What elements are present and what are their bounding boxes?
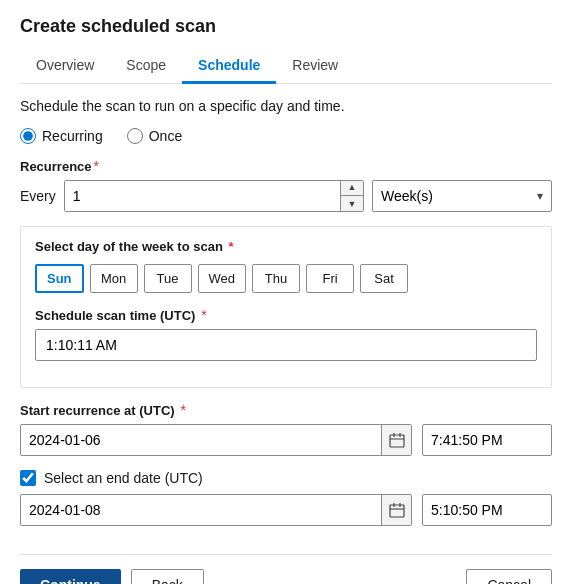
tab-schedule[interactable]: Schedule (182, 49, 276, 84)
spinner-down[interactable]: ▼ (341, 196, 363, 212)
cancel-button[interactable]: Cancel (466, 569, 552, 584)
required-star-start: * (177, 402, 186, 418)
day-buttons-group: Sun Mon Tue Wed Thu Fri Sat (35, 264, 537, 293)
start-recurrence-section: Start recurrence at (UTC) * (20, 402, 552, 456)
svg-rect-0 (390, 435, 404, 447)
period-select-arrow: ▾ (537, 189, 551, 203)
end-date-time-row (20, 494, 552, 526)
day-btn-fri[interactable]: Fri (306, 264, 354, 293)
tab-bar: Overview Scope Schedule Review (20, 49, 552, 84)
end-date-checkbox-row: Select an end date (UTC) (20, 470, 552, 486)
start-date-input[interactable] (21, 425, 381, 455)
calendar-icon (389, 432, 405, 448)
tab-scope[interactable]: Scope (110, 49, 182, 84)
footer-divider (20, 554, 552, 555)
day-btn-tue[interactable]: Tue (144, 264, 192, 293)
scan-time-input[interactable] (35, 329, 537, 361)
day-btn-sat[interactable]: Sat (360, 264, 408, 293)
start-date-time-row (20, 424, 552, 456)
day-btn-mon[interactable]: Mon (90, 264, 138, 293)
required-star-recurrence: * (94, 158, 99, 174)
radio-once[interactable]: Once (127, 128, 182, 144)
day-btn-sun[interactable]: Sun (35, 264, 84, 293)
end-date-checkbox-label[interactable]: Select an end date (UTC) (44, 470, 203, 486)
footer-left-buttons: Continue Back (20, 569, 204, 584)
every-input-wrap: ▲ ▼ (64, 180, 364, 212)
period-select[interactable]: Week(s) Day(s) Month(s) (373, 181, 537, 211)
start-date-calendar-btn[interactable] (381, 424, 411, 456)
page-title: Create scheduled scan (20, 16, 552, 37)
recurrence-field-label: Recurrence* (20, 158, 552, 174)
svg-rect-4 (390, 505, 404, 517)
recurrence-row: Every ▲ ▼ Week(s) Day(s) Month(s) ▾ (20, 180, 552, 212)
description-text: Schedule the scan to run on a specific d… (20, 98, 552, 114)
start-recurrence-label: Start recurrence at (UTC) (20, 403, 175, 418)
radio-recurring-label: Recurring (42, 128, 103, 144)
back-button[interactable]: Back (131, 569, 204, 584)
end-time-input[interactable] (422, 494, 552, 526)
period-select-wrap: Week(s) Day(s) Month(s) ▾ (372, 180, 552, 212)
every-spinner: ▲ ▼ (340, 180, 363, 212)
day-of-week-label: Select day of the week to scan * (35, 239, 537, 254)
end-date-input[interactable] (21, 495, 381, 525)
day-btn-wed[interactable]: Wed (198, 264, 247, 293)
end-calendar-icon (389, 502, 405, 518)
end-date-calendar-btn[interactable] (381, 494, 411, 526)
radio-once-label: Once (149, 128, 182, 144)
every-input[interactable] (65, 181, 340, 211)
footer-buttons: Continue Back Cancel (20, 569, 552, 584)
end-date-section: Select an end date (UTC) (20, 470, 552, 526)
end-date-input-wrap (20, 494, 412, 526)
start-recurrence-label-wrap: Start recurrence at (UTC) * (20, 402, 552, 418)
scan-time-label: Schedule scan time (UTC) (35, 308, 195, 323)
start-time-input[interactable] (422, 424, 552, 456)
scan-time-label-wrap: Schedule scan time (UTC) * (35, 307, 537, 323)
scan-time-section: Schedule scan time (UTC) * (35, 307, 537, 361)
day-btn-thu[interactable]: Thu (252, 264, 300, 293)
start-date-input-wrap (20, 424, 412, 456)
continue-button[interactable]: Continue (20, 569, 121, 584)
day-of-week-section: Select day of the week to scan * Sun Mon… (20, 226, 552, 388)
tab-review[interactable]: Review (276, 49, 354, 84)
required-star-time: * (197, 307, 206, 323)
radio-recurring[interactable]: Recurring (20, 128, 103, 144)
end-date-checkbox[interactable] (20, 470, 36, 486)
spinner-up[interactable]: ▲ (341, 180, 363, 196)
tab-overview[interactable]: Overview (20, 49, 110, 84)
every-label: Every (20, 188, 56, 204)
required-star-day: * (225, 239, 234, 254)
schedule-type-group: Recurring Once (20, 128, 552, 144)
